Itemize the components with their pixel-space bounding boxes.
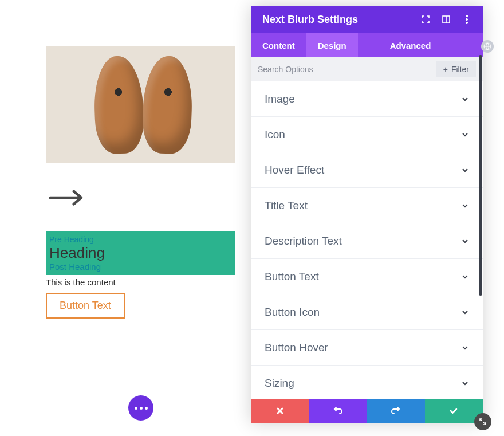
fullscreen-icon[interactable] — [421, 15, 430, 24]
pre-heading: Pre Heading — [49, 235, 231, 244]
chevron-down-icon — [461, 273, 469, 281]
search-row: + Filter — [251, 57, 483, 81]
undo-icon — [333, 406, 343, 416]
section-sizing[interactable]: Sizing — [251, 366, 483, 399]
filter-label: Filter — [451, 65, 469, 74]
cancel-button[interactable] — [251, 399, 309, 423]
section-button-text[interactable]: Button Text — [251, 259, 483, 294]
close-icon — [276, 407, 284, 415]
svg-point-4 — [466, 22, 467, 23]
section-description-text[interactable]: Description Text — [251, 223, 483, 259]
section-label: Button Icon — [265, 306, 320, 319]
section-label: Hover Effect — [265, 164, 324, 176]
chevron-down-icon — [461, 379, 469, 387]
chevron-down-icon — [461, 95, 469, 103]
tab-content[interactable]: Content — [251, 33, 306, 57]
scrollbar[interactable] — [479, 55, 482, 296]
tab-label: Content — [262, 41, 295, 50]
chevron-down-icon — [461, 237, 469, 245]
expand-icon[interactable] — [474, 413, 491, 430]
globe-icon[interactable] — [481, 40, 494, 53]
shoe-image-right — [141, 56, 194, 155]
section-label: Sizing — [265, 377, 294, 390]
chevron-down-icon — [461, 131, 469, 139]
section-label: Icon — [265, 128, 285, 141]
preview-button-label: Button Text — [60, 300, 111, 311]
tab-label: Design — [318, 41, 346, 50]
section-title-text[interactable]: Title Text — [251, 188, 483, 223]
dot-icon — [140, 407, 143, 410]
preview-image — [46, 46, 235, 163]
more-icon[interactable] — [462, 15, 471, 24]
plus-icon: + — [443, 65, 448, 74]
section-icon[interactable]: Icon — [251, 117, 483, 152]
section-image[interactable]: Image — [251, 81, 483, 117]
chevron-down-icon — [461, 344, 469, 352]
heading-block: Pre Heading Heading Post Heading — [46, 231, 235, 275]
chevron-down-icon — [461, 202, 469, 210]
check-icon — [449, 406, 458, 415]
section-label: Button Hover — [265, 341, 328, 354]
chevron-down-icon — [461, 166, 469, 174]
svg-point-2 — [466, 15, 467, 17]
preview-button[interactable]: Button Text — [46, 293, 125, 319]
panel-title: Next Blurb Settings — [262, 14, 358, 26]
dot-icon — [145, 407, 148, 410]
section-label: Title Text — [265, 199, 308, 212]
module-preview: Pre Heading Heading Post Heading This is… — [46, 46, 235, 319]
redo-button[interactable] — [367, 399, 425, 423]
columns-icon[interactable] — [442, 15, 451, 24]
dot-icon — [135, 407, 137, 410]
filter-button[interactable]: + Filter — [436, 61, 476, 77]
undo-button[interactable] — [309, 399, 367, 423]
sections-list[interactable]: Image Icon Hover Effect Title Text Descr… — [251, 81, 483, 399]
redo-icon — [391, 406, 401, 416]
arrow-icon — [46, 186, 235, 211]
section-hover-effect[interactable]: Hover Effect — [251, 152, 483, 188]
tab-label: Advanced — [390, 41, 431, 50]
settings-panel: Next Blurb Settings Content Design Advan… — [251, 6, 483, 423]
tab-design[interactable]: Design — [306, 33, 358, 57]
content-text: This is the content — [46, 277, 235, 287]
post-heading: Post Heading — [49, 262, 231, 272]
section-label: Button Text — [265, 270, 319, 283]
panel-header: Next Blurb Settings — [251, 6, 483, 33]
search-input[interactable] — [258, 65, 436, 74]
chevron-down-icon — [461, 308, 469, 316]
section-button-hover[interactable]: Button Hover — [251, 330, 483, 366]
tab-advanced[interactable]: Advanced — [379, 33, 443, 57]
section-label: Description Text — [265, 235, 342, 248]
svg-point-3 — [466, 18, 467, 20]
main-heading: Heading — [49, 244, 231, 262]
header-actions — [421, 15, 471, 24]
fab-more-button[interactable] — [128, 395, 153, 421]
panel-footer — [251, 399, 483, 423]
shoe-image-left — [93, 56, 145, 155]
section-label: Image — [265, 93, 295, 105]
section-button-icon[interactable]: Button Icon — [251, 294, 483, 330]
panel-tabs: Content Design Advanced — [251, 33, 483, 57]
